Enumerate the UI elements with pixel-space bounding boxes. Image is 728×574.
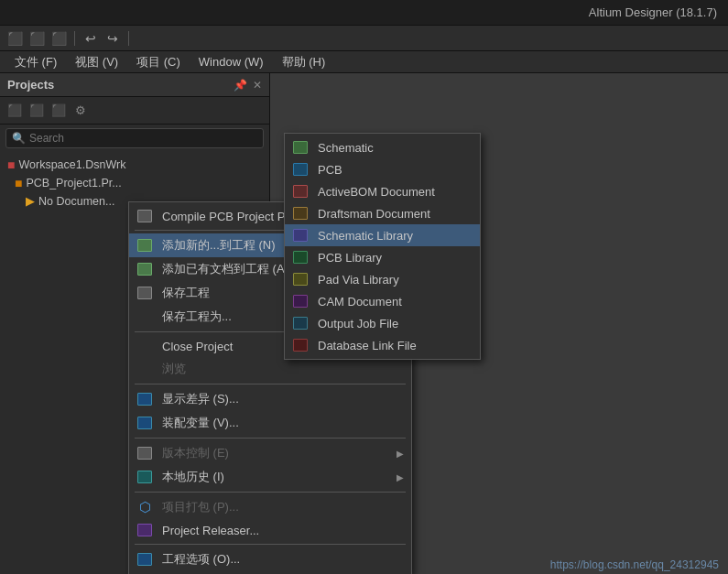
ctx-save-label: 保存工程 xyxy=(162,285,210,301)
ctx-browse-label: 浏览 xyxy=(162,361,186,377)
ctx-assemble-label: 装配变量 (V)... xyxy=(162,415,239,431)
menubar: 文件 (F) 视图 (V) 项目 (C) Window (W) 帮助 (H) xyxy=(0,51,728,73)
sub-schematic[interactable]: Schematic xyxy=(285,136,480,158)
sub-pad-label: Pad Via Library xyxy=(318,273,399,287)
ctx-assemble[interactable]: 装配变量 (V)... xyxy=(129,411,411,435)
ctx-add-new-label: 添加新的...到工程 (N) xyxy=(162,237,276,254)
ctx-package: ⬡ 项目打包 (P)... xyxy=(129,495,411,519)
ctx-sep-6 xyxy=(135,544,406,545)
tree-pcb-project[interactable]: ■ PCB_Project1.Pr... xyxy=(0,174,269,192)
sub-schlib-icon xyxy=(290,225,310,245)
panel-header: Projects 📌 ✕ xyxy=(0,73,269,97)
toolbar-sep-1 xyxy=(74,31,75,46)
panel-folder-icon[interactable]: ⬛ xyxy=(49,102,68,120)
sub-activebom-icon xyxy=(290,181,310,201)
sub-pcb-label: PCB xyxy=(318,163,342,177)
sub-output-icon xyxy=(290,313,310,333)
ctx-close-label: Close Project xyxy=(162,340,233,353)
sub-pad-library[interactable]: Pad Via Library xyxy=(285,268,480,290)
ctx-releaser[interactable]: Project Releaser... xyxy=(129,519,411,541)
search-input[interactable] xyxy=(29,132,257,145)
ctx-compile-icon xyxy=(135,206,155,226)
ctx-version: 版本控制 (E) xyxy=(129,441,411,465)
sub-output-label: Output Job File xyxy=(318,317,398,330)
ctx-save-as-icon xyxy=(135,307,155,327)
panel-toolbar: ⬛ ⬛ ⬛ ⚙ xyxy=(0,97,269,125)
ctx-version-icon xyxy=(135,443,155,463)
search-icon: 🔍 xyxy=(12,132,26,145)
pcb-project-label: PCB_Project1.Pr... xyxy=(26,177,121,190)
no-document-label: No Documen... xyxy=(38,195,114,208)
ctx-diff-label: 显示差异 (S)... xyxy=(162,391,239,407)
sub-pcblib-label: PCB Library xyxy=(318,251,382,265)
sub-activebom[interactable]: ActiveBOM Document xyxy=(285,180,480,202)
ctx-close-icon xyxy=(135,336,155,356)
save-icon[interactable]: ⬛ xyxy=(5,29,24,48)
ctx-browse-icon xyxy=(135,359,155,379)
workspace-label: Workspace1.DsnWrk xyxy=(18,158,125,171)
close-panel-icon[interactable]: ✕ xyxy=(253,79,262,92)
sub-database-icon xyxy=(290,335,310,355)
ctx-sep-5 xyxy=(135,492,406,493)
redo-icon[interactable]: ↪ xyxy=(103,29,122,48)
sub-draftsman-label: Draftsman Document xyxy=(318,207,430,221)
sub-output[interactable]: Output Job File xyxy=(285,312,480,334)
ctx-package-icon: ⬡ xyxy=(135,497,155,517)
titlebar: Altium Designer (18.1.7) xyxy=(0,0,728,26)
sub-pcblib-icon xyxy=(290,247,310,267)
main-area: Projects 📌 ✕ ⬛ ⬛ ⬛ ⚙ 🔍 ■ Workspace1.DsnW… xyxy=(0,73,728,574)
new-icon[interactable]: ⬛ xyxy=(27,29,46,48)
footer-url: https://blog.csdn.net/qq_24312945 xyxy=(550,558,719,571)
workspace-icon: ■ xyxy=(7,157,15,172)
ctx-history-icon xyxy=(135,467,155,487)
sub-pcb[interactable]: PCB xyxy=(285,158,480,180)
menu-project[interactable]: 项目 (C) xyxy=(127,52,190,72)
menu-file[interactable]: 文件 (F) xyxy=(5,52,66,72)
panel-open-icon[interactable]: ⬛ xyxy=(27,102,46,120)
ctx-releaser-icon xyxy=(135,520,155,540)
ctx-options[interactable]: 工程选项 (O)... xyxy=(129,547,411,571)
ctx-add-existing-label: 添加已有文档到工程 (A)... xyxy=(162,261,299,277)
sub-schematic-library[interactable]: Schematic Library xyxy=(285,224,480,246)
sub-draftsman[interactable]: Draftsman Document xyxy=(285,202,480,224)
ctx-history[interactable]: 本地历史 (I) xyxy=(129,465,411,489)
ctx-options-icon xyxy=(135,549,155,569)
ctx-assemble-icon xyxy=(135,413,155,433)
sub-pcb-library[interactable]: PCB Library xyxy=(285,246,480,268)
ctx-sep-3 xyxy=(135,384,406,384)
ctx-save-icon xyxy=(135,283,155,303)
sub-cam-label: CAM Document xyxy=(318,295,402,309)
ctx-package-label: 项目打包 (P)... xyxy=(162,499,239,515)
ctx-releaser-label: Project Releaser... xyxy=(162,524,259,537)
sub-schlib-label: Schematic Library xyxy=(318,229,413,243)
ctx-save-as-label: 保存工程为... xyxy=(162,309,232,325)
ctx-browse: 浏览 xyxy=(129,357,411,381)
panel-header-controls: 📌 ✕ xyxy=(234,79,262,92)
sub-database[interactable]: Database Link File xyxy=(285,334,480,356)
panel-new-icon[interactable]: ⬛ xyxy=(5,102,24,120)
toolbar: ⬛ ⬛ ⬛ ↩ ↪ xyxy=(0,26,728,51)
sub-cam[interactable]: CAM Document xyxy=(285,290,480,312)
ctx-add-existing-icon xyxy=(135,259,155,279)
undo-icon[interactable]: ↩ xyxy=(81,29,100,48)
tree-workspace[interactable]: ■ Workspace1.DsnWrk xyxy=(0,156,269,174)
menu-help[interactable]: 帮助 (H) xyxy=(273,52,335,72)
menu-view[interactable]: 视图 (V) xyxy=(66,52,127,72)
sub-database-label: Database Link File xyxy=(318,339,417,352)
folder-icon: ▶ xyxy=(26,194,35,208)
pcb-project-icon: ■ xyxy=(15,176,22,190)
ctx-diff[interactable]: 显示差异 (S)... xyxy=(129,387,411,411)
ctx-add-new-icon xyxy=(135,235,155,255)
sub-schematic-label: Schematic xyxy=(318,141,374,155)
pin-icon[interactable]: 📌 xyxy=(234,79,247,92)
ctx-history-label: 本地历史 (I) xyxy=(162,469,224,485)
sub-pad-icon xyxy=(290,269,310,289)
open-icon[interactable]: ⬛ xyxy=(49,29,68,48)
menu-window[interactable]: Window (W) xyxy=(190,53,273,70)
sub-cam-icon xyxy=(290,291,310,311)
ctx-version-label: 版本控制 (E) xyxy=(162,445,229,461)
search-box[interactable]: 🔍 xyxy=(5,128,264,148)
submenu-add-new: Schematic PCB ActiveBOM Document Draftsm… xyxy=(284,133,481,360)
panel-config-icon[interactable]: ⚙ xyxy=(71,102,90,120)
sub-schematic-icon xyxy=(290,137,310,157)
